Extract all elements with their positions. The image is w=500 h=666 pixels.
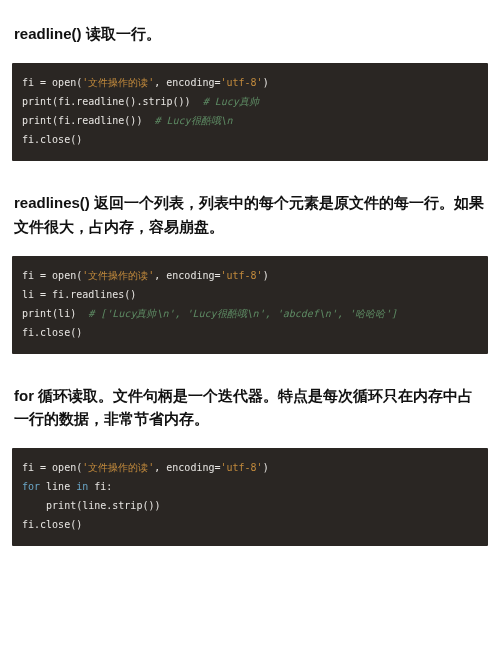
code-token: fi = open( [22, 77, 82, 88]
code-token: , encoding= [154, 270, 220, 281]
code-token: print(fi.readline()) [22, 115, 154, 126]
section-heading: readline() 读取一行。 [14, 22, 486, 45]
section-2: for 循环读取。文件句柄是一个迭代器。特点是每次循环只在内存中占一行的数据，非… [12, 384, 488, 547]
code-token: '文件操作的读' [82, 462, 154, 473]
code-token: ) [263, 77, 269, 88]
code-token: 'utf-8' [221, 462, 263, 473]
code-token: '文件操作的读' [82, 77, 154, 88]
code-token: fi: [88, 481, 112, 492]
code-token: 'utf-8' [221, 270, 263, 281]
code-token: ) [263, 270, 269, 281]
code-token: fi = open( [22, 462, 82, 473]
code-line: fi.close() [22, 515, 478, 534]
code-token: fi.close() [22, 519, 82, 530]
code-token: 'utf-8' [221, 77, 263, 88]
code-line: print(fi.readline().strip()) # Lucy真帅 [22, 92, 478, 111]
section-1: readlines() 返回一个列表，列表中的每个元素是原文件的每一行。如果文件… [12, 191, 488, 354]
code-token: # Lucy很酷哦\n [154, 115, 232, 126]
code-block: fi = open('文件操作的读', encoding='utf-8')li … [12, 256, 488, 354]
code-token: fi.close() [22, 134, 82, 145]
code-token: # Lucy真帅 [203, 96, 259, 107]
code-token: print(li) [22, 308, 88, 319]
code-block: fi = open('文件操作的读', encoding='utf-8')pri… [12, 63, 488, 161]
code-token: fi = open( [22, 270, 82, 281]
code-line: print(li) # ['Lucy真帅\n', 'Lucy很酷哦\n', 'a… [22, 304, 478, 323]
code-line: fi.close() [22, 323, 478, 342]
section-heading: for 循环读取。文件句柄是一个迭代器。特点是每次循环只在内存中占一行的数据，非… [14, 384, 486, 431]
code-line: fi = open('文件操作的读', encoding='utf-8') [22, 458, 478, 477]
section-heading: readlines() 返回一个列表，列表中的每个元素是原文件的每一行。如果文件… [14, 191, 486, 238]
code-line: fi.close() [22, 130, 478, 149]
code-line: fi = open('文件操作的读', encoding='utf-8') [22, 266, 478, 285]
code-line: for line in fi: [22, 477, 478, 496]
code-line: li = fi.readlines() [22, 285, 478, 304]
code-token: # ['Lucy真帅\n', 'Lucy很酷哦\n', 'abcdef\n', … [88, 308, 397, 319]
code-line: print(fi.readline()) # Lucy很酷哦\n [22, 111, 478, 130]
code-token: , encoding= [154, 77, 220, 88]
code-token: , encoding= [154, 462, 220, 473]
code-token: fi.close() [22, 327, 82, 338]
code-token: in [76, 481, 88, 492]
code-token: '文件操作的读' [82, 270, 154, 281]
code-line: print(line.strip()) [22, 496, 478, 515]
code-line: fi = open('文件操作的读', encoding='utf-8') [22, 73, 478, 92]
code-token: print(fi.readline().strip()) [22, 96, 203, 107]
code-token: for [22, 481, 40, 492]
code-block: fi = open('文件操作的读', encoding='utf-8')for… [12, 448, 488, 546]
section-0: readline() 读取一行。fi = open('文件操作的读', enco… [12, 22, 488, 161]
code-token: li = fi.readlines() [22, 289, 136, 300]
code-token: line [40, 481, 76, 492]
code-token: print(line.strip()) [22, 500, 160, 511]
code-token: ) [263, 462, 269, 473]
